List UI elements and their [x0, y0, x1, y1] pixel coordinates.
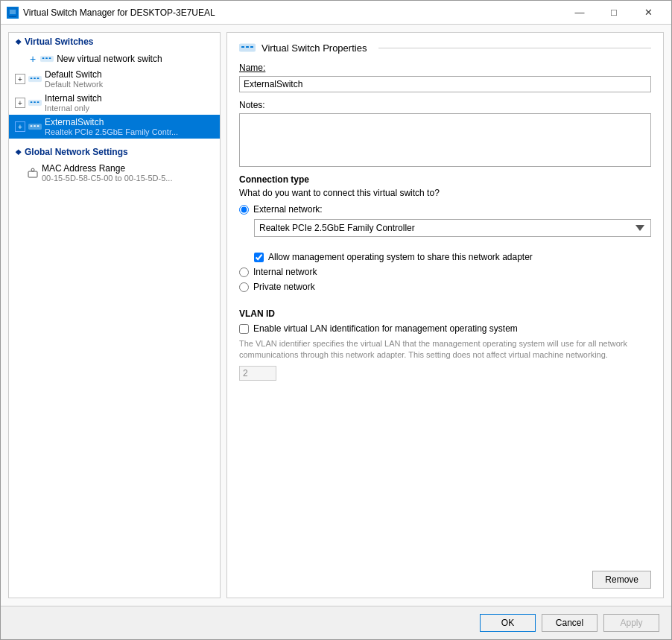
- virtual-switches-label: Virtual Switches: [25, 37, 93, 47]
- svg-rect-12: [37, 77, 39, 79]
- remove-btn-area: Remove: [239, 571, 651, 589]
- cancel-button[interactable]: Cancel: [542, 614, 597, 632]
- internal-switch-label: Internal switch: [45, 93, 102, 104]
- private-network-radio[interactable]: [239, 282, 249, 292]
- svg-rect-25: [241, 46, 244, 48]
- expand-default-switch[interactable]: +: [15, 74, 25, 84]
- default-switch-sub: Default Network: [45, 80, 103, 89]
- content-area: ❖ Virtual Switches + New virtual network…: [1, 25, 671, 606]
- management-os-checkbox-item[interactable]: Allow management operating system to sha…: [254, 252, 651, 262]
- name-label: Name:: [239, 63, 651, 73]
- internal-switch-sub: Internal only: [45, 104, 102, 113]
- svg-rect-16: [37, 101, 39, 103]
- apply-button[interactable]: Apply: [603, 614, 659, 632]
- private-network-radio-item[interactable]: Private network: [239, 282, 651, 292]
- name-input[interactable]: [239, 76, 651, 92]
- private-network-label: Private network: [253, 282, 315, 292]
- network-switch-icon: [40, 54, 54, 64]
- vlan-checkbox-label: Enable virtual LAN identification for ma…: [253, 323, 518, 334]
- external-network-label: External network:: [253, 204, 323, 215]
- internal-network-radio[interactable]: [239, 267, 249, 277]
- svg-rect-10: [31, 77, 33, 79]
- svg-point-22: [31, 168, 34, 171]
- props-divider: [378, 48, 651, 48]
- maximize-button[interactable]: □: [597, 3, 631, 22]
- svg-rect-7: [45, 57, 48, 59]
- network-adapter-dropdown[interactable]: Realtek PCIe 2.5GbE Family Controller: [254, 219, 651, 237]
- management-os-checkbox[interactable]: [254, 253, 264, 262]
- ok-button[interactable]: OK: [480, 614, 536, 632]
- default-switch-item[interactable]: + Default Switch Default Network: [9, 67, 220, 91]
- connection-type-title: Connection type: [239, 174, 651, 185]
- svg-rect-8: [49, 57, 51, 59]
- internal-switch-item[interactable]: + Internal switch Internal only: [9, 91, 220, 115]
- global-network-label: Global Network Settings: [25, 147, 128, 157]
- svg-rect-15: [34, 101, 36, 103]
- props-header: Virtual Switch Properties: [239, 42, 651, 54]
- window-controls: — □ ✕: [562, 3, 665, 22]
- add-icon: +: [30, 53, 36, 65]
- default-switch-icon: [28, 74, 42, 84]
- mac-address-sub: 00-15-5D-58-C5-00 to 00-15-5D-5...: [42, 174, 172, 183]
- internal-switch-icon: [28, 98, 42, 108]
- svg-rect-1: [10, 10, 16, 14]
- vlan-id-input[interactable]: [239, 366, 276, 381]
- connection-type-desc: What do you want to connect this virtual…: [239, 188, 651, 198]
- props-title: Virtual Switch Properties: [261, 42, 367, 54]
- title-bar: Virtual Switch Manager for DESKTOP-3E7UE…: [1, 1, 671, 25]
- global-network-header[interactable]: ❖ Global Network Settings: [9, 143, 220, 161]
- vlan-checkbox[interactable]: [239, 324, 249, 334]
- global-expand-arrow-icon: ❖: [15, 148, 22, 156]
- virtual-switches-header[interactable]: ❖ Virtual Switches: [9, 33, 220, 51]
- notes-label: Notes:: [239, 100, 651, 110]
- close-button[interactable]: ✕: [631, 3, 665, 22]
- svg-rect-26: [246, 46, 249, 48]
- connection-type-radio-group: External network: Realtek PCIe 2.5GbE Fa…: [239, 204, 651, 292]
- vlan-section: VLAN ID Enable virtual LAN identificatio…: [239, 308, 651, 381]
- external-network-radio-item[interactable]: External network:: [239, 204, 651, 215]
- window-title: Virtual Switch Manager for DESKTOP-3E7UE…: [23, 7, 562, 18]
- remove-button[interactable]: Remove: [592, 571, 651, 589]
- new-switch-item[interactable]: + New virtual network switch: [9, 51, 220, 67]
- svg-rect-21: [28, 171, 37, 177]
- management-os-label: Allow management operating system to sha…: [268, 252, 533, 262]
- left-panel: ❖ Virtual Switches + New virtual network…: [8, 32, 221, 598]
- svg-rect-6: [42, 57, 45, 59]
- external-switch-label: ExternalSwitch: [45, 117, 178, 127]
- svg-rect-27: [250, 46, 253, 48]
- external-network-dropdown-area: Realtek PCIe 2.5GbE Family Controller: [254, 219, 651, 237]
- svg-rect-4: [9, 16, 16, 17]
- external-network-radio[interactable]: [239, 205, 249, 215]
- props-header-icon: [239, 42, 256, 54]
- vlan-checkbox-item[interactable]: Enable virtual LAN identification for ma…: [239, 323, 651, 334]
- expand-internal-switch[interactable]: +: [15, 98, 25, 108]
- notes-textarea[interactable]: [239, 113, 651, 167]
- svg-rect-20: [37, 125, 39, 127]
- bottom-bar: OK Cancel Apply: [1, 606, 671, 639]
- expand-arrow-icon: ❖: [15, 38, 22, 46]
- app-icon: [7, 7, 19, 19]
- external-switch-icon: [28, 121, 42, 132]
- mac-address-item[interactable]: MAC Address Range 00-15-5D-58-C5-00 to 0…: [9, 161, 220, 185]
- svg-rect-19: [34, 125, 36, 127]
- vlan-description: The VLAN identifier specifies the virtua…: [239, 338, 651, 361]
- vlan-title: VLAN ID: [239, 308, 651, 319]
- right-panel: Virtual Switch Properties Name: Notes: C…: [226, 32, 664, 598]
- mac-address-icon: [27, 167, 39, 179]
- svg-rect-11: [34, 77, 36, 79]
- internal-network-label: Internal network: [253, 267, 317, 277]
- minimize-button[interactable]: —: [562, 3, 597, 22]
- external-switch-sub: Realtek PCIe 2.5GbE Family Contr...: [45, 127, 178, 136]
- svg-rect-14: [31, 101, 33, 103]
- external-switch-item[interactable]: + ExternalSwitch Realtek PCIe 2.5GbE Fam…: [9, 115, 220, 139]
- expand-external-switch[interactable]: +: [15, 121, 25, 132]
- mac-address-label: MAC Address Range: [42, 163, 172, 174]
- internal-network-radio-item[interactable]: Internal network: [239, 267, 651, 277]
- default-switch-label: Default Switch: [45, 69, 103, 80]
- new-switch-label: New virtual network switch: [57, 54, 162, 64]
- svg-rect-18: [31, 125, 33, 127]
- main-window: Virtual Switch Manager for DESKTOP-3E7UE…: [0, 0, 672, 640]
